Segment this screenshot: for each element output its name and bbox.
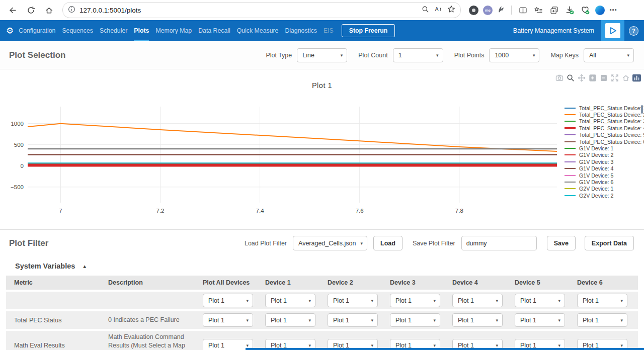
plot-assign-dropdown[interactable]: Plot 1▾ bbox=[577, 313, 627, 327]
legend-item[interactable]: Total_PEC_Status Device: 5 bbox=[565, 132, 641, 138]
plot-assign-dropdown[interactable]: Plot 1▾ bbox=[577, 294, 627, 307]
load-plot-filter-dropdown[interactable]: Averaged_Cells.json ▾ bbox=[293, 236, 367, 250]
nav-item-plots[interactable]: Plots bbox=[134, 20, 149, 41]
plot-assign-dropdown[interactable]: Plot 1▾ bbox=[390, 294, 440, 307]
plot-assign-cell: Plot 1▾ bbox=[328, 313, 390, 327]
control-label: Map Keys bbox=[550, 52, 579, 59]
home-icon[interactable] bbox=[41, 3, 56, 18]
legend-item[interactable]: G1V Device: 1 bbox=[565, 145, 641, 151]
extension-me-icon[interactable]: me bbox=[483, 6, 493, 15]
favorite-star-icon[interactable] bbox=[447, 5, 455, 15]
extension-claw-icon[interactable] bbox=[497, 5, 506, 16]
play-badge-icon[interactable] bbox=[601, 20, 624, 41]
metric-cell: Total PEC Status bbox=[14, 317, 108, 324]
plot-assign-dropdown[interactable]: Plot 1▾ bbox=[328, 294, 378, 307]
metric-cell: Math Eval Results bbox=[14, 342, 108, 349]
column-header: Device 1 bbox=[265, 279, 328, 286]
legend-item[interactable]: Total_PEC_Status Device: 4 bbox=[565, 125, 641, 131]
nav-item-data-recall[interactable]: Data Recall bbox=[198, 20, 230, 41]
plot-assign-dropdown[interactable]: Plot 1▾ bbox=[515, 313, 565, 327]
chevron-down-icon: ▾ bbox=[496, 318, 498, 323]
extension-shield-icon[interactable] bbox=[469, 6, 478, 15]
legend-item[interactable]: G1V Device: 2 bbox=[565, 152, 641, 158]
chevron-down-icon: ▾ bbox=[620, 318, 623, 323]
refresh-icon[interactable] bbox=[23, 3, 38, 18]
chevron-down-icon: ▾ bbox=[533, 53, 535, 58]
plot-canvas[interactable]: −5000500100077.27.47.67.8 bbox=[0, 69, 644, 220]
svg-text:7.6: 7.6 bbox=[356, 208, 364, 214]
column-header: Metric bbox=[14, 279, 108, 286]
plot-assign-dropdown[interactable]: Plot 1▾ bbox=[515, 294, 565, 307]
plot-assign-dropdown[interactable]: Plot 1▾ bbox=[265, 313, 315, 327]
legend-line-swatch bbox=[565, 175, 576, 176]
plot-assign-dropdown[interactable]: Plot 1▾ bbox=[203, 313, 253, 327]
collections-icon[interactable] bbox=[548, 3, 559, 18]
plot-assign-dropdown[interactable]: Plot 1▾ bbox=[203, 294, 253, 307]
dropdown-plot-type[interactable]: Line▾ bbox=[297, 48, 347, 62]
plot-assign-cell: Plot 1▾ bbox=[515, 313, 577, 327]
svg-text:0: 0 bbox=[21, 163, 24, 169]
control-label: Plot Count bbox=[358, 52, 387, 59]
help-icon[interactable]: ? bbox=[629, 26, 638, 36]
load-plot-filter-value: Averaged_Cells.json bbox=[298, 240, 356, 247]
legend-item[interactable]: G1V Device: 5 bbox=[565, 172, 641, 179]
legend-item[interactable]: Total_PEC_Status Device: 6 bbox=[565, 138, 641, 145]
plot-selection-bar: Plot Selection Plot TypeLine▾Plot Count1… bbox=[0, 41, 644, 69]
stop-freerun-button[interactable]: Stop Freerun bbox=[342, 24, 395, 37]
read-aloud-icon[interactable]: A bbox=[434, 6, 442, 15]
nav-item-memory-map[interactable]: Memory Map bbox=[155, 20, 192, 41]
dropdown-plot-points[interactable]: 1000▾ bbox=[489, 48, 539, 62]
legend-line-swatch bbox=[565, 161, 576, 162]
legend-item[interactable]: G2V Device: 2 bbox=[565, 192, 641, 199]
plot-assign-dropdown[interactable]: Plot 1▾ bbox=[390, 313, 440, 327]
back-icon[interactable] bbox=[5, 3, 20, 18]
dropdown-map-keys[interactable]: All▾ bbox=[584, 48, 634, 62]
chevron-down-icon: ▾ bbox=[558, 318, 560, 323]
chevron-down-icon: ▾ bbox=[558, 298, 560, 303]
toolbar-divider bbox=[511, 6, 512, 15]
export-data-button[interactable]: Export Data bbox=[585, 236, 634, 250]
zoom-icon[interactable] bbox=[422, 6, 429, 15]
collapse-triangle-icon[interactable]: ▲ bbox=[82, 264, 87, 269]
legend-label: Total_PEC_Status Device: 3 bbox=[579, 118, 644, 124]
svg-text:7: 7 bbox=[59, 208, 62, 214]
nav-item-quick-measure[interactable]: Quick Measure bbox=[237, 20, 279, 41]
legend-item[interactable]: G1V Device: 6 bbox=[565, 179, 641, 185]
nav-item-configuration[interactable]: Configuration bbox=[19, 20, 55, 41]
gear-icon[interactable]: ⚙ bbox=[6, 26, 14, 36]
svg-text:−500: −500 bbox=[11, 184, 24, 190]
column-header: Plot All Devices bbox=[203, 279, 265, 286]
legend-item[interactable]: G1V Device: 3 bbox=[565, 158, 641, 165]
address-bar[interactable]: 127.0.0.1:5001/plots A bbox=[62, 2, 461, 18]
more-options-icon[interactable]: ⋯ bbox=[609, 6, 617, 15]
plot-assign-dropdown[interactable]: Plot 1▾ bbox=[328, 313, 378, 327]
load-button[interactable]: Load bbox=[373, 236, 403, 250]
legend-item[interactable]: Total_PEC_Status Device: 2 bbox=[565, 111, 641, 118]
url-text[interactable]: 127.0.0.1:5001/plots bbox=[79, 7, 418, 14]
chevron-down-icon: ▾ bbox=[433, 298, 436, 303]
nav-item-diagnostics[interactable]: Diagnostics bbox=[285, 20, 317, 41]
browser-toolbar: 127.0.0.1:5001/plots A me bbox=[0, 0, 644, 20]
downloads-icon[interactable] bbox=[564, 3, 575, 18]
nav-item-eis[interactable]: EIS bbox=[324, 20, 334, 41]
save-plot-filter-input[interactable] bbox=[461, 236, 537, 250]
legend-item[interactable]: G2V Device: 1 bbox=[565, 186, 641, 192]
chevron-down-icon: ▾ bbox=[246, 298, 249, 303]
site-info-icon[interactable] bbox=[68, 6, 75, 15]
plot-assign-dropdown[interactable]: Plot 1▾ bbox=[452, 294, 503, 307]
nav-item-sequences[interactable]: Sequences bbox=[62, 20, 93, 41]
plot-assign-dropdown[interactable]: Plot 1▾ bbox=[452, 313, 503, 327]
legend-item[interactable]: Total_PEC_Status Device: 1 bbox=[565, 105, 641, 111]
legend-scrollbar[interactable] bbox=[641, 105, 643, 114]
dropdown-plot-count[interactable]: 1▾ bbox=[393, 48, 443, 62]
plot-assign-cell: Plot 1▾ bbox=[328, 294, 390, 307]
legend-item[interactable]: G1V Device: 4 bbox=[565, 165, 641, 172]
browser-essentials-icon[interactable] bbox=[580, 3, 591, 18]
favorites-bar-icon[interactable] bbox=[533, 3, 544, 18]
plot-assign-dropdown[interactable]: Plot 1▾ bbox=[265, 294, 315, 307]
edge-logo-icon[interactable] bbox=[595, 6, 605, 15]
save-button[interactable]: Save bbox=[547, 236, 576, 250]
legend-item[interactable]: Total_PEC_Status Device: 3 bbox=[565, 118, 641, 125]
split-screen-icon[interactable] bbox=[517, 3, 528, 18]
nav-item-scheduler[interactable]: Scheduler bbox=[100, 20, 127, 41]
